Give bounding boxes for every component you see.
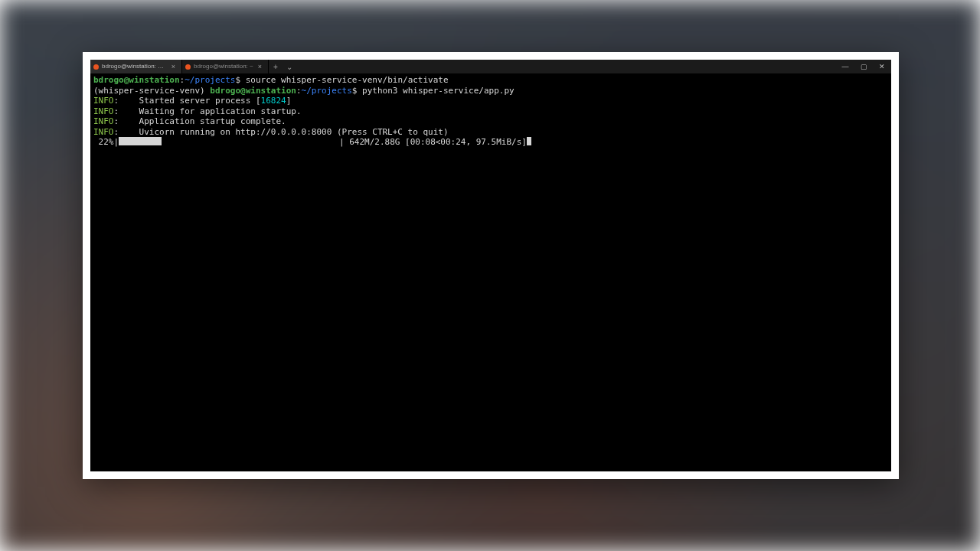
terminal-body[interactable]: bdrogo@winstation:~/projects$ source whi… xyxy=(90,73,891,471)
window-controls: — ▢ ✕ xyxy=(836,60,891,73)
ubuntu-icon xyxy=(185,64,191,70)
new-tab-button[interactable]: + xyxy=(269,60,283,73)
tab-inactive[interactable]: bdrogo@winstation: ~ × xyxy=(182,60,269,73)
titlebar: bdrogo@winstation: ~/projec × bdrogo@win… xyxy=(90,60,891,73)
progress-bar-fill xyxy=(119,137,162,145)
close-tab-icon[interactable]: × xyxy=(170,64,177,70)
maximize-button[interactable]: ▢ xyxy=(854,60,873,73)
minimize-button[interactable]: — xyxy=(836,60,854,73)
screenshot-frame: bdrogo@winstation: ~/projec × bdrogo@win… xyxy=(83,52,899,479)
log-line: INFO: Application startup complete. xyxy=(93,116,286,126)
tab-dropdown-button[interactable]: ⌄ xyxy=(283,60,296,73)
prompt-line-2: (whisper-service-venv) bdrogo@winstation… xyxy=(93,86,514,96)
log-line: INFO: Waiting for application startup. xyxy=(93,106,302,116)
terminal-window: bdrogo@winstation: ~/projec × bdrogo@win… xyxy=(90,60,891,471)
close-window-button[interactable]: ✕ xyxy=(873,60,891,73)
tab-label: bdrogo@winstation: ~/projec xyxy=(102,60,167,73)
log-line: INFO: Started server process [16824] xyxy=(93,96,291,106)
prompt-line-1: bdrogo@winstation:~/projects$ source whi… xyxy=(93,75,449,85)
close-tab-icon[interactable]: × xyxy=(256,64,263,70)
ubuntu-icon xyxy=(93,64,99,70)
progress-line: 22%| | 642M/2.88G [00:08<00:24, 97.5MiB/… xyxy=(93,137,531,147)
cursor-icon xyxy=(527,137,531,145)
tab-active[interactable]: bdrogo@winstation: ~/projec × xyxy=(90,60,182,73)
tab-label: bdrogo@winstation: ~ xyxy=(194,60,253,73)
log-line: INFO: Uvicorn running on http://0.0.0.0:… xyxy=(93,127,449,137)
